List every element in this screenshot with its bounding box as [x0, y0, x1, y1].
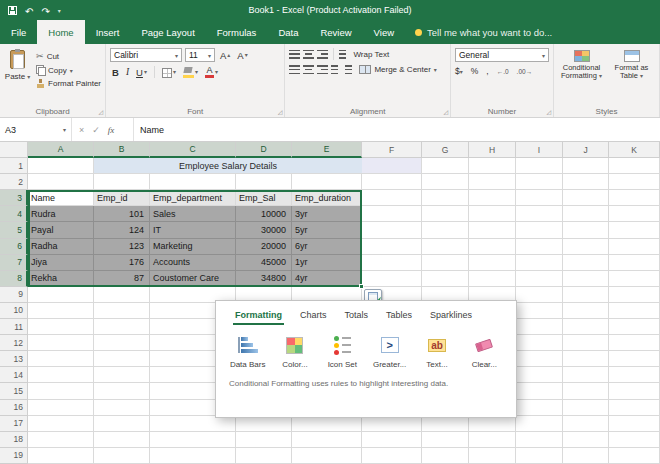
cell-C4[interactable]: Sales — [150, 206, 236, 222]
cell-G5[interactable] — [422, 222, 469, 238]
cell-D18[interactable] — [236, 432, 292, 448]
cell-D5[interactable]: 30000 — [236, 222, 292, 238]
cell-D3[interactable]: Emp_Sal — [236, 190, 292, 206]
cell-G3[interactable] — [422, 190, 469, 206]
cut-button[interactable]: Cut — [36, 51, 101, 61]
ribbon-tab-data[interactable]: Data — [267, 20, 309, 44]
cell-H19[interactable] — [469, 448, 516, 464]
cell-I6[interactable] — [516, 239, 563, 255]
cell-G6[interactable] — [422, 239, 469, 255]
cell-K16[interactable] — [609, 400, 660, 416]
qa-tab-charts[interactable]: Charts — [291, 308, 336, 325]
cell-I11[interactable] — [516, 319, 563, 335]
insert-function-button[interactable]: fx — [108, 125, 115, 135]
cell-J16[interactable] — [563, 400, 609, 416]
shrink-font-button[interactable]: A▾ — [235, 50, 249, 61]
cell-D17[interactable] — [236, 416, 292, 432]
column-header-A[interactable]: A — [28, 142, 94, 158]
cell-J17[interactable] — [563, 416, 609, 432]
cell-E3[interactable]: Emp_duration — [292, 190, 362, 206]
cell-G4[interactable] — [422, 206, 469, 222]
row-header-4[interactable]: 4 — [0, 206, 28, 222]
cell-J12[interactable] — [563, 335, 609, 351]
row-header-8[interactable]: 8 — [0, 271, 28, 287]
column-header-H[interactable]: H — [469, 142, 516, 158]
ribbon-tab-file[interactable]: File — [0, 20, 37, 44]
cell-A18[interactable] — [28, 432, 94, 448]
ribbon-tab-view[interactable]: View — [363, 20, 405, 44]
row-header-16[interactable]: 16 — [0, 400, 28, 416]
cell-H5[interactable] — [469, 222, 516, 238]
underline-button[interactable]: U▾ — [134, 67, 149, 78]
font-size-select[interactable]: 11▾ — [185, 48, 215, 62]
cell-G7[interactable] — [422, 255, 469, 271]
cell-H2[interactable] — [469, 174, 516, 190]
cell-J3[interactable] — [563, 190, 609, 206]
cell-D8[interactable]: 34800 — [236, 271, 292, 287]
cell-I4[interactable] — [516, 206, 563, 222]
clipboard-dialog-launcher-icon[interactable]: ◿ — [98, 109, 103, 115]
enter-icon[interactable]: ✓ — [92, 125, 100, 135]
cell-K6[interactable] — [609, 239, 660, 255]
align-right-icon[interactable] — [317, 65, 328, 74]
align-center-icon[interactable] — [303, 65, 314, 74]
cell-C3[interactable]: Emp_department — [150, 190, 236, 206]
cell-B13[interactable] — [94, 351, 150, 367]
align-top-icon[interactable] — [289, 50, 300, 59]
cell-K12[interactable] — [609, 335, 660, 351]
format-as-table-button[interactable]: Format as Table ▾ — [608, 48, 655, 80]
qa-item-color[interactable]: Color... — [271, 333, 318, 369]
cell-C8[interactable]: Coustomer Care — [150, 271, 236, 287]
cell-H18[interactable] — [469, 432, 516, 448]
cell-A2[interactable] — [28, 174, 94, 190]
cell-H7[interactable] — [469, 255, 516, 271]
select-all-corner[interactable] — [0, 142, 28, 158]
cell-E17[interactable] — [292, 416, 362, 432]
column-header-D[interactable]: D — [236, 142, 292, 158]
cell-H6[interactable] — [469, 239, 516, 255]
cell-D2[interactable] — [236, 174, 292, 190]
row-header-18[interactable]: 18 — [0, 432, 28, 448]
cell-B9[interactable] — [94, 287, 150, 303]
cell-K17[interactable] — [609, 416, 660, 432]
currency-format-button[interactable]: $▾ — [455, 66, 463, 76]
alignment-dialog-launcher-icon[interactable]: ◿ — [443, 109, 448, 115]
cell-B18[interactable] — [94, 432, 150, 448]
paste-button[interactable]: Paste▾ — [4, 48, 31, 88]
cell-K2[interactable] — [609, 174, 660, 190]
cell-K9[interactable] — [609, 287, 660, 303]
cell-K15[interactable] — [609, 383, 660, 399]
cell-J2[interactable] — [563, 174, 609, 190]
wrap-text-button[interactable]: Wrap Text — [339, 50, 389, 59]
align-bottom-icon[interactable] — [317, 50, 328, 59]
undo-icon[interactable] — [25, 1, 33, 19]
font-name-select[interactable]: Calibri▾ — [110, 48, 182, 62]
cell-A6[interactable]: Radha — [28, 239, 94, 255]
row-header-19[interactable]: 19 — [0, 448, 28, 464]
cell-A11[interactable] — [28, 319, 94, 335]
cell-H4[interactable] — [469, 206, 516, 222]
cell-K10[interactable] — [609, 303, 660, 319]
cell-F6[interactable] — [362, 239, 422, 255]
cell-B5[interactable]: 124 — [94, 222, 150, 238]
cell-B7[interactable]: 176 — [94, 255, 150, 271]
cell-H17[interactable] — [469, 416, 516, 432]
column-header-F[interactable]: F — [362, 142, 422, 158]
cell-D6[interactable]: 20000 — [236, 239, 292, 255]
column-header-G[interactable]: G — [422, 142, 469, 158]
cell-F18[interactable] — [362, 432, 422, 448]
row-header-14[interactable]: 14 — [0, 367, 28, 383]
cell-J7[interactable] — [563, 255, 609, 271]
cell-G19[interactable] — [422, 448, 469, 464]
cell-A10[interactable] — [28, 303, 94, 319]
cancel-icon[interactable]: × — [79, 125, 84, 135]
row-header-6[interactable]: 6 — [0, 239, 28, 255]
name-box[interactable]: A3▾ — [0, 118, 72, 141]
cell-F5[interactable] — [362, 222, 422, 238]
cell-F19[interactable] — [362, 448, 422, 464]
row-header-10[interactable]: 10 — [0, 303, 28, 319]
grow-font-button[interactable]: A▴ — [218, 50, 232, 61]
cell-A14[interactable] — [28, 367, 94, 383]
cell-G8[interactable] — [422, 271, 469, 287]
cell-B14[interactable] — [94, 367, 150, 383]
